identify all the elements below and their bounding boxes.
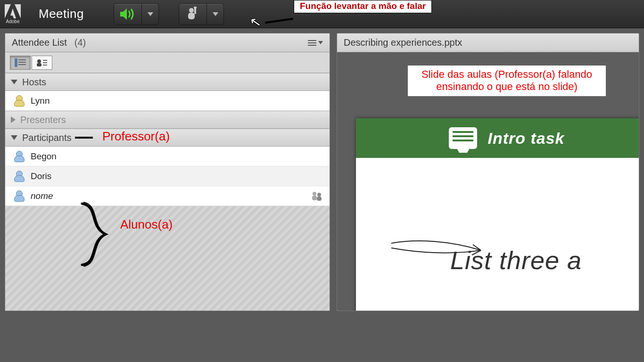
attendee-name: nome [31,191,53,201]
svg-rect-16 [43,65,47,66]
attendee-panel-title: Attendee List [12,37,67,48]
section-presenters-label: Presenters [20,115,66,125]
section-hosts[interactable]: Hosts [5,73,330,91]
svg-rect-20 [317,197,322,201]
raise-hand-dropdown[interactable] [207,3,224,25]
svg-point-7 [194,7,197,9]
attendee-count: (4) [74,37,86,48]
attendee-row-host[interactable]: Lynn [5,91,330,111]
view-tab-card[interactable] [32,56,52,70]
svg-marker-0 [5,4,11,18]
chevron-down-icon [11,135,17,140]
chevron-down-icon [11,80,17,84]
host-icon [14,95,24,107]
slide-callout: Slide das aulas (Professor(a) falando en… [408,66,606,96]
participant-icon [14,171,24,182]
card-view-icon [36,58,48,67]
speaker-icon [119,7,136,21]
share-body: Slide das aulas (Professor(a) falando en… [337,52,639,311]
panels-row: Attendee List (4) [0,28,644,311]
svg-rect-14 [43,60,47,61]
list-view-icon [15,58,26,67]
speaker-button[interactable] [114,3,142,25]
svg-marker-3 [120,8,127,20]
adobe-logo-icon [5,4,21,18]
chevron-right-icon [11,116,16,123]
svg-rect-10 [18,62,26,63]
svg-marker-1 [15,4,21,18]
status-icon [311,191,323,201]
svg-rect-8 [15,58,17,67]
meeting-menu[interactable]: Meeting [39,7,84,21]
section-hosts-label: Hosts [22,77,46,88]
attendee-panel-header: Attendee List (4) [5,33,330,52]
raise-hand-button[interactable] [179,3,207,25]
callout-text: Função levantar a mão e falar [300,1,426,11]
svg-point-17 [313,192,316,196]
svg-rect-5 [188,13,195,19]
share-panel-header: Describing experiences.pptx [337,33,639,52]
slide-callout-text: Slide das aulas (Professor(a) falando en… [421,68,592,92]
raise-hand-button-group [179,3,224,25]
attendee-row[interactable]: nome [5,186,330,206]
menu-icon [308,40,316,46]
svg-point-19 [317,193,321,197]
slide-banner: Intro task [356,118,639,158]
share-panel: Describing experiences.pptx Slide das au… [337,33,639,311]
attendee-view-tabs [5,52,330,73]
svg-rect-15 [43,62,47,63]
svg-rect-18 [312,196,317,200]
participant-icon [14,151,24,162]
chevron-down-icon [148,12,153,16]
attendee-name: Doris [31,171,51,181]
section-participants-label: Participants [22,132,72,143]
participant-icon [14,190,24,202]
svg-point-4 [189,8,194,13]
annotation-host-role: Professor(a) [102,129,170,144]
svg-rect-9 [18,59,26,60]
attendee-name: Lynn [31,96,50,106]
attendee-row[interactable]: Begon [5,147,330,166]
attendee-name: Begon [31,151,57,162]
raise-hand-icon [185,7,201,22]
adobe-logo: Adobe [5,4,21,24]
chevron-down-icon [318,41,323,44]
svg-rect-13 [37,63,41,66]
raise-hand-callout: Função levantar a mão e falar [294,0,432,13]
speaker-button-group [114,3,159,25]
svg-marker-2 [10,8,16,18]
slide: Intro task List three a [356,118,639,311]
annotation-participants-role: Alunos(a) [120,217,173,232]
attendee-panel-menu[interactable] [308,40,323,46]
speaker-dropdown[interactable] [142,3,159,25]
chevron-down-icon [213,12,218,16]
section-presenters[interactable]: Presenters [5,111,330,129]
adobe-logo-text: Adobe [6,19,20,24]
svg-point-12 [37,59,41,63]
slide-banner-text: Intro task [487,129,564,148]
attendee-row[interactable]: Doris [5,166,330,186]
view-tab-list[interactable] [10,56,31,70]
annotation-dash [75,137,93,139]
share-file-name: Describing experiences.pptx [344,37,462,48]
slide-body-text: List three a [450,246,582,275]
svg-rect-11 [18,64,26,65]
presentation-icon [449,127,477,149]
attendee-list-panel: Attendee List (4) [5,33,330,311]
